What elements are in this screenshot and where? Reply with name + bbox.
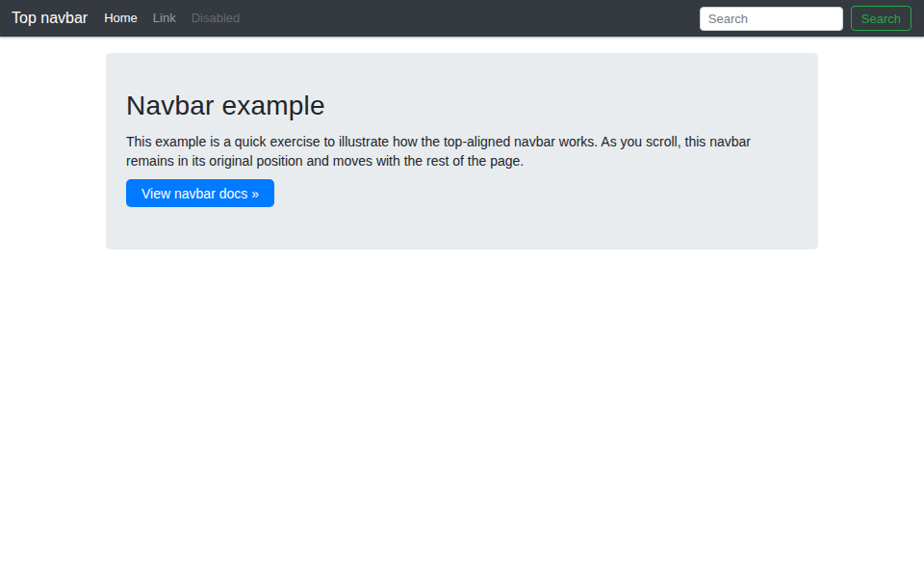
navbar-brand[interactable]: Top navbar [12,0,88,37]
search-button[interactable]: Search [851,6,911,31]
nav-item-link: Link [145,0,184,37]
navbar-nav: Home Link Disabled [96,0,247,37]
main-content: Navbar example This example is a quick e… [106,53,818,250]
nav-link-home[interactable]: Home [96,0,145,37]
search-form: Search [700,6,911,31]
nav-item-home: Home [96,0,145,37]
page-title: Navbar example [126,90,798,122]
search-input[interactable] [700,7,843,31]
nav-item-disabled: Disabled [184,0,248,37]
nav-link-disabled: Disabled [184,0,248,37]
top-navbar: Top navbar Home Link Disabled Search [0,0,924,37]
jumbotron: Navbar example This example is a quick e… [106,53,818,250]
jumbotron-description: This example is a quick exercise to illu… [126,132,798,171]
nav-link-link[interactable]: Link [145,0,184,37]
view-navbar-docs-button[interactable]: View navbar docs » [126,179,274,207]
